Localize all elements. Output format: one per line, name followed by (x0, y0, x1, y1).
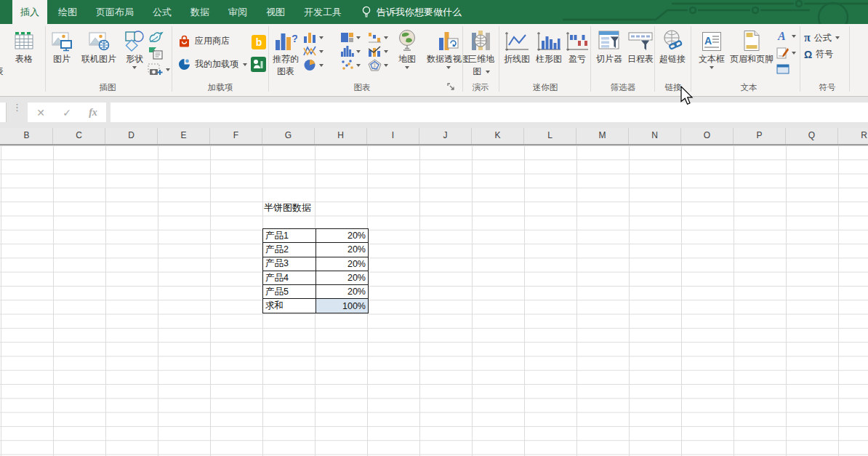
online-pictures-button[interactable]: 联机图片 (79, 28, 119, 64)
column-header-I[interactable]: I (367, 128, 419, 144)
bing-maps-addin-button[interactable]: b (252, 35, 266, 49)
column-header-H[interactable]: H (315, 128, 367, 144)
column-header-O[interactable]: O (681, 128, 734, 144)
group-separator (462, 26, 463, 92)
table-cell-label[interactable]: 求和 (263, 299, 316, 312)
formula-bar-buttons: ✕ ✓ fx (28, 103, 106, 122)
insert-function-icon[interactable]: fx (83, 107, 103, 119)
group-separator (691, 26, 691, 92)
formula-input[interactable] (110, 103, 868, 122)
tab-page-layout[interactable]: 页面布局 (88, 0, 142, 24)
insert-radar-chart-button[interactable] (368, 59, 388, 71)
object-button[interactable] (776, 64, 789, 74)
radar-chart-icon (368, 59, 382, 71)
slicer-button[interactable]: 切片器 (595, 28, 624, 64)
insert-combo-chart-button[interactable] (368, 45, 388, 57)
formula-bar-handle[interactable]: ⋮ (12, 105, 22, 110)
column-header-L[interactable]: L (524, 128, 576, 144)
people-graph-addin-button[interactable] (251, 57, 266, 72)
column-header-P[interactable]: P (734, 128, 786, 144)
maps-button[interactable]: 地图 (393, 28, 422, 69)
sparkline-winloss-button[interactable]: 盈亏 (566, 28, 589, 64)
column-header-B[interactable]: B (1, 128, 53, 144)
column-header-G[interactable]: G (262, 128, 315, 144)
pictures-button[interactable]: 图片 (47, 28, 77, 64)
table-cell-value[interactable]: 20% (316, 243, 368, 256)
sparkline-winloss-icon (566, 28, 589, 52)
tab-developer[interactable]: 开发工具 (296, 0, 350, 24)
table-cell-value[interactable]: 20% (316, 285, 368, 298)
sparkline-column-button[interactable]: 柱形图 (534, 28, 564, 64)
recommended-charts-button[interactable]: ? 推荐的 图表 (270, 28, 302, 76)
pi-icon: π (804, 31, 811, 44)
table-row: 产品120% (263, 229, 368, 243)
sheet-grid[interactable] (0, 145, 868, 456)
pivotchart-icon (438, 28, 459, 52)
insert-waterfall-chart-button[interactable] (368, 31, 388, 44)
column-header-K[interactable]: K (472, 128, 524, 144)
cancel-icon[interactable]: ✕ (31, 107, 51, 119)
insert-column-chart-button[interactable] (303, 31, 324, 44)
symbol-button[interactable]: Ω 符号 (804, 48, 833, 60)
hyperlink-button[interactable]: 超链接 (657, 28, 688, 64)
column-header-D[interactable]: D (105, 128, 158, 144)
column-header-N[interactable]: N (629, 128, 681, 144)
table-cell-label[interactable]: 产品2 (263, 243, 316, 256)
column-header-R[interactable]: R (838, 128, 868, 144)
group-separator (499, 26, 499, 92)
column-header-Q[interactable]: Q (786, 128, 838, 144)
tab-review[interactable]: 审阅 (220, 0, 255, 24)
shapes-button[interactable]: 形状 (121, 28, 148, 69)
charts-dialog-launcher-icon[interactable] (447, 83, 455, 91)
tab-formulas[interactable]: 公式 (145, 0, 180, 24)
table-cell-value[interactable]: 20% (316, 271, 368, 284)
table-cell-value[interactable]: 20% (316, 257, 368, 271)
column-header-E[interactable]: E (158, 128, 210, 144)
waterfall-chart-icon (368, 31, 382, 44)
column-header-F[interactable]: F (210, 128, 262, 144)
enter-icon[interactable]: ✓ (57, 107, 77, 119)
my-addins-button[interactable]: 我的加载项 (178, 58, 247, 71)
formula-bar: ⋮ ✕ ✓ fx (0, 97, 868, 128)
group-separator (590, 26, 591, 92)
column-header-J[interactable]: J (419, 128, 472, 144)
column-header-C[interactable]: C (53, 128, 105, 144)
column-header-M[interactable]: M (576, 128, 629, 144)
sparkline-line-button[interactable]: 折线图 (502, 28, 532, 64)
screenshot-button[interactable] (148, 63, 170, 76)
header-footer-button[interactable]: 页眉和页脚 (728, 28, 775, 64)
line-chart-icon (303, 45, 317, 57)
table-cell-label[interactable]: 产品4 (263, 271, 316, 284)
tell-me-box[interactable]: 告诉我你想要做什么 (361, 0, 462, 24)
insert-pie-chart-button[interactable] (303, 59, 324, 71)
tab-draw[interactable]: 绘图 (50, 0, 85, 24)
tab-insert[interactable]: 插入 (12, 0, 47, 24)
addins-group-label: 加载项 (208, 82, 233, 93)
textbox-button[interactable]: A 文本框 (696, 28, 727, 69)
map3d-button[interactable]: 三维地 图 (465, 28, 497, 76)
table-cell-value[interactable]: 100% (316, 299, 368, 312)
tab-data[interactable]: 数据 (182, 0, 217, 24)
table-row: 产品220% (263, 243, 368, 257)
table-cell-label[interactable]: 产品5 (263, 285, 316, 298)
icons-button[interactable] (148, 30, 164, 44)
tab-view[interactable]: 视图 (258, 0, 293, 24)
insert-line-chart-button[interactable] (303, 45, 324, 57)
equation-button[interactable]: π 公式 (804, 31, 840, 44)
sheet-title-cell[interactable]: 半饼图数据 (264, 201, 311, 215)
insert-scatter-chart-button[interactable] (340, 59, 361, 71)
illustrations-group-label: 插图 (100, 82, 116, 93)
store-button[interactable]: 应用商店 (178, 35, 230, 47)
name-box-partial[interactable] (0, 103, 7, 122)
signature-line-button[interactable] (776, 47, 796, 59)
insert-statistic-chart-button[interactable] (340, 45, 361, 57)
insert-hierarchy-chart-button[interactable] (340, 31, 361, 44)
smartart-button[interactable] (148, 46, 164, 60)
wordart-button[interactable]: A (776, 30, 796, 42)
pivottable-button-partial[interactable]: 表 (0, 65, 4, 78)
timeline-button[interactable]: 日程表 (625, 28, 656, 64)
table-button[interactable]: 表格 (6, 28, 42, 64)
table-cell-label[interactable]: 产品3 (263, 257, 316, 271)
table-cell-label[interactable]: 产品1 (263, 229, 316, 242)
table-cell-value[interactable]: 20% (316, 229, 368, 242)
